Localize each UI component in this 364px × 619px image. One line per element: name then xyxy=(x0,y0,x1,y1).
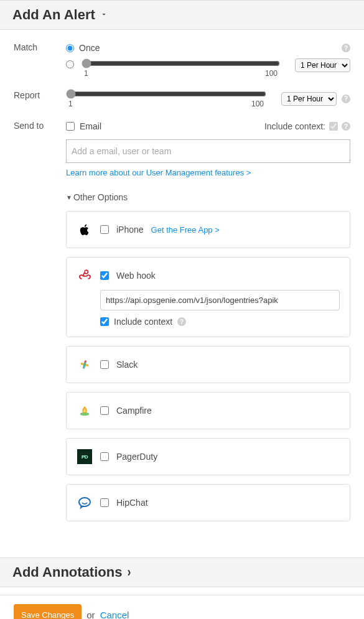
option-card-pagerduty: PD PagerDuty xyxy=(66,438,350,475)
get-free-app-link[interactable]: Get the Free App > xyxy=(151,225,220,235)
include-context-label: Include context: xyxy=(264,121,325,131)
cancel-link[interactable]: Cancel xyxy=(100,610,129,619)
match-once-radio[interactable] xyxy=(66,44,74,52)
other-options-toggle[interactable]: ▼ Other Options xyxy=(66,192,350,202)
option-card-iphone: iPhone Get the Free App > xyxy=(66,211,350,248)
webhook-include-context-checkbox[interactable] xyxy=(100,317,109,326)
match-row: Match Once ? 1 100 xyxy=(14,41,350,78)
alert-panel-body: Match Once ? 1 100 xyxy=(0,30,364,557)
slack-icon xyxy=(77,356,93,373)
option-card-hipchat: HipChat xyxy=(66,484,350,521)
alert-panel-header[interactable]: Add An Alert xyxy=(0,0,364,30)
report-slider[interactable] xyxy=(66,89,266,99)
email-input[interactable] xyxy=(66,139,350,163)
match-frequency-select[interactable]: 1 Per Hour xyxy=(295,58,350,72)
pagerduty-label: PagerDuty xyxy=(116,452,157,462)
help-icon[interactable]: ? xyxy=(342,44,350,52)
other-options-label: Other Options xyxy=(73,192,128,202)
report-row: Report 1 100 1 Per Hour ? xyxy=(14,89,350,108)
email-checkbox[interactable] xyxy=(66,122,75,131)
campfire-label: Campfire xyxy=(116,406,152,416)
alert-panel-title: Add An Alert xyxy=(12,7,95,23)
campfire-checkbox[interactable] xyxy=(100,406,109,415)
match-slider-max: 100 xyxy=(265,69,278,78)
campfire-icon xyxy=(77,403,93,419)
pagerduty-checkbox[interactable] xyxy=(100,452,109,461)
report-slider-max: 100 xyxy=(251,100,264,108)
match-slider-min: 1 xyxy=(84,69,88,78)
option-card-slack: Slack xyxy=(66,346,350,383)
iphone-label: iPhone xyxy=(116,225,144,235)
webhook-icon xyxy=(77,268,93,284)
sendto-row: Send to Email Include context: ? Learn m… xyxy=(14,119,350,521)
annotations-panel-header[interactable]: Add Annotations › xyxy=(0,557,364,587)
option-card-campfire: Campfire xyxy=(66,392,350,429)
webhook-include-context-label: Include context xyxy=(114,317,172,327)
slack-label: Slack xyxy=(116,360,138,370)
slack-checkbox[interactable] xyxy=(100,360,109,369)
webhook-label: Web hook xyxy=(116,271,156,281)
report-frequency-select[interactable]: 1 Per Hour xyxy=(281,92,337,106)
save-button[interactable]: Save Changes xyxy=(14,604,82,619)
help-icon[interactable]: ? xyxy=(342,122,350,131)
or-text: or xyxy=(86,610,95,619)
apple-icon xyxy=(77,221,93,238)
match-once-label: Once xyxy=(79,43,100,53)
option-card-webhook: Web hook Include context ? xyxy=(66,257,350,337)
annotations-panel-title: Add Annotations xyxy=(12,564,122,580)
caret-down-icon: ▼ xyxy=(66,194,72,201)
iphone-checkbox[interactable] xyxy=(100,225,109,234)
match-slider[interactable] xyxy=(82,58,280,68)
pagerduty-icon: PD xyxy=(77,449,93,465)
include-context-checkbox[interactable] xyxy=(329,122,338,131)
email-label: Email xyxy=(80,121,101,131)
webhook-url-input[interactable] xyxy=(100,290,340,310)
report-label: Report xyxy=(14,89,66,100)
help-icon[interactable]: ? xyxy=(177,317,186,326)
report-slider-min: 1 xyxy=(68,100,73,108)
hipchat-checkbox[interactable] xyxy=(100,498,109,507)
sendto-label: Send to xyxy=(14,119,66,131)
chevron-right-icon: › xyxy=(127,564,131,580)
webhook-checkbox[interactable] xyxy=(100,271,109,280)
match-slider-radio[interactable] xyxy=(66,60,74,68)
help-icon[interactable]: ? xyxy=(342,95,350,103)
match-label: Match xyxy=(14,41,66,52)
hipchat-label: HipChat xyxy=(116,498,148,508)
learn-more-link[interactable]: Learn more about our User Management fea… xyxy=(66,168,251,177)
hipchat-icon xyxy=(77,495,93,511)
chevron-down-icon xyxy=(100,10,108,20)
footer-actions: Save Changes or Cancel xyxy=(0,595,364,619)
